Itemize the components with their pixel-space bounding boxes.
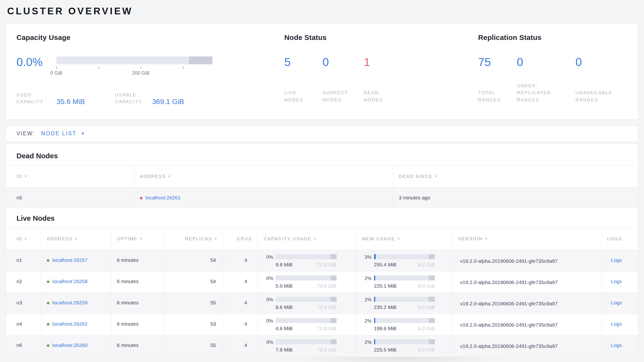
- node-logs-cell: Logs: [601, 250, 638, 271]
- node-replicas: 55: [164, 292, 224, 314]
- under-replicated-ranges-count: 0: [517, 56, 576, 68]
- capacity-used-value: 5.0 MiB: [276, 283, 293, 289]
- live-status-dot-icon: [47, 280, 50, 283]
- live-nodes-label: LIVE NODES: [284, 89, 304, 103]
- node-id: n6: [6, 335, 41, 356]
- live-col-cpus[interactable]: CPUS: [224, 228, 258, 250]
- node-capacity-usage-cell: 0% 7.8 MiB 73.8 GiB: [258, 335, 356, 356]
- chevron-down-icon[interactable]: ▼: [81, 131, 85, 136]
- mem-total-value: 8.0 GiB: [418, 283, 435, 289]
- view-dropdown[interactable]: NODE LIST ▼: [41, 130, 84, 137]
- axis-tick: [98, 66, 99, 69]
- capacity-total-value: 73.8 GiB: [317, 262, 336, 268]
- view-selector-bar: VIEW: NODE LIST ▼: [6, 126, 638, 141]
- node-replicas: 54: [164, 271, 224, 292]
- live-col-id[interactable]: ID▼: [6, 228, 41, 250]
- sort-arrow-icon: ▼: [434, 174, 438, 178]
- table-row: n4 localhost:26262 6 minutes 53 4 0% 4.6…: [6, 314, 638, 335]
- node-cpus: 4: [224, 271, 258, 292]
- live-col-uptime[interactable]: UPTIME▼: [111, 228, 164, 250]
- dead-nodes-label: DEAD NODES: [364, 89, 383, 103]
- mem-used-value: 225.5 MiB: [374, 347, 397, 353]
- capacity-usage-bar: [276, 318, 336, 323]
- logs-link[interactable]: Logs: [611, 342, 622, 348]
- capacity-percent-label: 0%: [262, 318, 273, 331]
- mem-percent-label: 2%: [360, 339, 372, 353]
- node-replicas: 54: [164, 250, 224, 271]
- mem-used-value: 235.2 MiB: [374, 304, 397, 310]
- live-status-dot-icon: [47, 302, 50, 304]
- node-id: n3: [6, 292, 41, 314]
- node-address-link[interactable]: localhost:26258: [52, 279, 88, 284]
- node-mem-usage-cell: 3% 255.4 MiB 8.0 GiB: [356, 250, 452, 271]
- node-capacity-usage-cell: 0% 5.0 MiB 73.8 GiB: [258, 271, 356, 292]
- node-mem-usage-cell: 2% 235.2 MiB 8.0 GiB: [356, 292, 452, 314]
- dead-col-address[interactable]: ADDRESS▼: [134, 165, 393, 188]
- logs-link[interactable]: Logs: [611, 279, 622, 284]
- node-address-link[interactable]: localhost:26260: [52, 342, 88, 348]
- node-id: n1: [6, 250, 41, 271]
- node-address-link[interactable]: localhost:26261: [146, 195, 181, 200]
- capacity-bar-dark-segment: [330, 254, 336, 259]
- under-replicated-ranges-label: UNDER- REPLICATED RANGES: [517, 82, 551, 103]
- replication-status-title: Replication Status: [478, 34, 633, 42]
- mem-used-value: 220.1 MiB: [374, 283, 397, 289]
- live-nodes-heading: Live Nodes: [16, 214, 638, 222]
- node-cpus: 4: [224, 292, 258, 314]
- live-col-address[interactable]: ADDRESS▼: [41, 228, 111, 250]
- node-address-cell: localhost:26258: [41, 271, 111, 292]
- used-capacity-stat: USED CAPACITY 35.6 MiB: [16, 91, 85, 105]
- node-version: v19.2.0-alpha.20190606-2491-gfe735c9a97: [452, 314, 601, 335]
- node-uptime: 6 minutes: [111, 250, 164, 271]
- dead-col-id[interactable]: ID▼: [6, 165, 134, 188]
- live-col-replicas[interactable]: REPLICAS▼: [164, 228, 224, 250]
- cluster-overview-page: CLUSTER OVERVIEW Capacity Usage 0.0% 0 G…: [0, 6, 644, 362]
- node-uptime: 6 minutes: [111, 314, 164, 335]
- logs-link[interactable]: Logs: [611, 257, 622, 263]
- capacity-percent-label: 0%: [262, 254, 273, 268]
- mem-bar-dark-segment: [429, 339, 435, 344]
- live-status-dot-icon: [47, 323, 50, 326]
- dead-nodes-metric: 1 DEAD NODES: [364, 56, 412, 103]
- logs-link[interactable]: Logs: [611, 321, 622, 327]
- mem-percent-label: 2%: [360, 297, 372, 310]
- capacity-total-value: 73.8 GiB: [317, 304, 336, 310]
- node-replicas: 53: [164, 314, 224, 335]
- mem-percent-label: 2%: [360, 275, 372, 289]
- capacity-used-value: 4.6 MiB: [276, 326, 293, 331]
- live-col-capacity[interactable]: CAPACITY USAGE▼: [258, 228, 356, 250]
- mem-bar-dark-segment: [429, 297, 435, 302]
- mem-bar-dark-segment: [429, 318, 435, 323]
- live-status-dot-icon: [47, 344, 50, 347]
- sort-arrow-icon: ▼: [485, 237, 488, 241]
- node-address-link[interactable]: localhost:26259: [52, 300, 88, 305]
- usable-capacity-value: 369.1 GiB: [152, 98, 184, 105]
- mem-usage-fill: [374, 254, 376, 259]
- cluster-summary-card: Capacity Usage 0.0% 0 GiB 200 GiB U: [6, 23, 638, 120]
- node-uptime: 6 minutes: [111, 335, 164, 356]
- view-dropdown-value[interactable]: NODE LIST: [41, 130, 76, 137]
- mem-usage-bar: [374, 339, 435, 344]
- dead-nodes-heading: Dead Nodes: [16, 152, 638, 160]
- node-address-link[interactable]: localhost:26257: [52, 257, 88, 263]
- node-logs-cell: Logs: [601, 314, 638, 335]
- dead-col-dead-since[interactable]: DEAD SINCE▼: [393, 165, 638, 188]
- mem-total-value: 8.0 GiB: [418, 347, 435, 353]
- live-col-logs: LOGS: [601, 228, 638, 250]
- node-address-link[interactable]: localhost:26262: [52, 321, 88, 327]
- suspect-nodes-metric: 0 SUSPECT NODES: [322, 56, 364, 103]
- node-capacity-usage-cell: 0% 9.6 MiB 73.8 GiB: [258, 250, 356, 271]
- replication-status-section: Replication Status 75 TOTAL RANGES 0 UND…: [478, 34, 633, 105]
- node-id: n2: [6, 271, 41, 292]
- mem-usage-bar: [374, 254, 435, 259]
- capacity-percent-label: 0%: [262, 297, 273, 310]
- live-col-mem[interactable]: MEM USAGE▼: [356, 228, 452, 250]
- capacity-used-value: 9.6 MiB: [276, 262, 293, 268]
- table-row: n2 localhost:26258 6 minutes 54 4 0% 5.0…: [6, 271, 638, 292]
- live-col-version[interactable]: VERSION▼: [452, 228, 601, 250]
- capacity-usage-bar: [276, 275, 336, 280]
- capacity-bar-dark-segment: [330, 339, 336, 344]
- logs-link[interactable]: Logs: [611, 300, 622, 305]
- capacity-used-value: 7.8 MiB: [276, 347, 293, 353]
- capacity-percent-label: 0%: [262, 275, 273, 289]
